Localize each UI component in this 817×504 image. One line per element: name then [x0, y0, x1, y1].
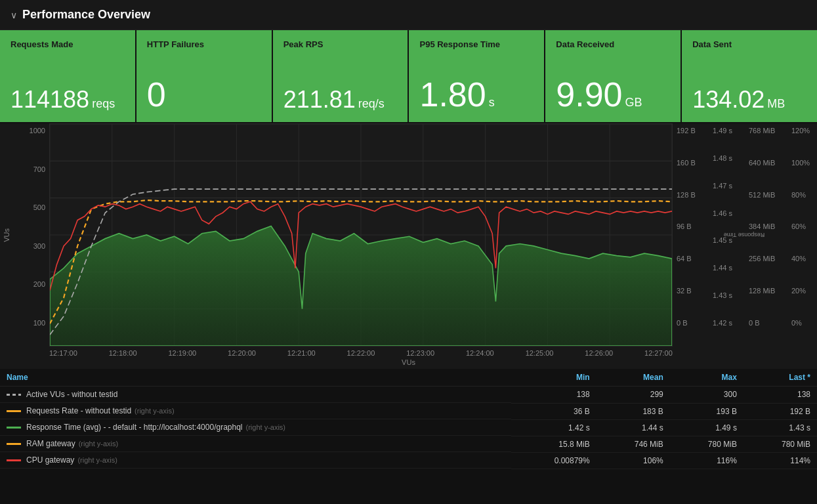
chart-canvas	[49, 123, 673, 346]
legend-last-3: 780 MiB	[744, 436, 817, 452]
legend-max-0: 300	[670, 387, 744, 404]
legend-mean-1: 183 B	[597, 403, 670, 419]
metric-value-3: 1.80s	[419, 77, 534, 112]
x-tick: 12:27:00	[644, 349, 673, 357]
legend-row: Requests Rate - without testid(right y-a…	[0, 403, 817, 419]
y-tick-rps: 192 B	[677, 127, 696, 135]
y-tick-mib: 256 MiB	[749, 255, 775, 262]
legend-mean-2: 1.44 s	[597, 419, 670, 436]
legend-mean-4: 106%	[597, 452, 670, 469]
x-tick: 12:23:00	[406, 349, 434, 357]
metric-label-0: Requests Made	[10, 39, 125, 49]
y-axis-pct: 120%100%80%60%40%20%0%	[787, 123, 817, 346]
metric-card-2: Peak RPS211.81req/s	[273, 30, 409, 122]
metric-value-0: 114188reqs	[10, 88, 125, 112]
legend-max-4: 116%	[670, 452, 744, 469]
legend-row: Response Time (avg) - - default - http:/…	[0, 419, 817, 436]
legend-sublabel: (right y-axis)	[135, 407, 175, 415]
legend-sublabel: (right y-axis)	[77, 456, 117, 464]
x-tick: 12:26:00	[585, 349, 613, 357]
chevron-icon: ∨	[10, 10, 17, 20]
legend-color	[7, 410, 21, 412]
x-tick: 12:22:00	[347, 349, 375, 357]
x-axis-label: VUs	[0, 358, 817, 369]
legend-name-3: RAM gateway(right y-axis)	[0, 436, 511, 452]
x-tick: 12:20:00	[228, 349, 256, 357]
legend-name-4: CPU gateway(right y-axis)	[0, 452, 511, 469]
y-tick: 1000	[30, 127, 45, 135]
x-tick: 12:24:00	[466, 349, 494, 357]
legend-color	[7, 394, 21, 396]
legend-last-4: 114%	[744, 452, 817, 469]
legend-max-1: 193 B	[670, 403, 744, 419]
x-tick: 12:18:00	[109, 349, 137, 357]
metric-value-4: 9.90GB	[556, 77, 670, 112]
y-tick-pct: 120%	[791, 127, 810, 135]
legend-max-2: 1.49 s	[670, 419, 744, 436]
legend-last-0: 138	[744, 387, 817, 404]
y-tick-rps: 96 B	[677, 222, 692, 230]
metric-card-3: P95 Response Time1.80s	[409, 30, 545, 122]
col-last: Last *	[744, 369, 817, 387]
metric-value-5: 134.02MB	[692, 88, 807, 112]
legend-max-3: 780 MiB	[670, 436, 744, 452]
legend-table: Name Min Mean Max Last * Active VUs - wi…	[0, 369, 817, 469]
col-mean: Mean	[597, 369, 670, 387]
y-tick-rps: 0 B	[677, 319, 688, 327]
y-tick-mib: 640 MiB	[749, 159, 775, 167]
metric-label-4: Data Received	[556, 39, 670, 49]
metric-card-1: HTTP Failures0	[136, 30, 273, 122]
legend-section: Name Min Mean Max Last * Active VUs - wi…	[0, 369, 817, 469]
header: ∨ Performance Overview	[0, 0, 817, 30]
y-tick-rps: 32 B	[677, 287, 692, 295]
chart-section: VUs 1000700500300200100	[0, 123, 817, 369]
y-tick-rt: 1.49 s	[713, 127, 732, 135]
y-axis-rt: Response Time 1.49 s1.48 s1.47 s1.46 s1.…	[709, 123, 745, 346]
metric-label-5: Data Sent	[692, 39, 807, 49]
y-tick: 100	[33, 319, 45, 327]
page-title: Performance Overview	[22, 8, 150, 22]
metric-card-5: Data Sent134.02MB	[682, 30, 817, 122]
legend-sublabel: (right y-axis)	[246, 423, 286, 431]
y-tick-mib: 0 B	[749, 319, 760, 327]
legend-min-3: 15.8 MiB	[511, 436, 597, 452]
y-tick-pct: 20%	[791, 287, 806, 295]
legend-last-2: 1.43 s	[744, 419, 817, 436]
metric-label-1: HTTP Failures	[147, 39, 261, 49]
legend-min-0: 138	[511, 387, 597, 404]
legend-last-1: 192 B	[744, 403, 817, 419]
legend-color	[7, 459, 21, 461]
y-tick-rps: 128 B	[677, 191, 696, 199]
legend-name-0: Active VUs - without testid	[0, 387, 511, 403]
y-tick-pct: 100%	[791, 159, 810, 167]
y-tick-mib: 384 MiB	[749, 222, 775, 230]
legend-row: RAM gateway(right y-axis)15.8 MiB746 MiB…	[0, 436, 817, 452]
legend-color	[7, 443, 21, 445]
y-tick-mib: 768 MiB	[749, 127, 775, 135]
y-tick: 700	[33, 165, 45, 173]
metric-card-4: Data Received9.90GB	[545, 30, 682, 122]
metrics-row: Requests Made114188reqsHTTP Failures0Pea…	[0, 30, 817, 123]
y-tick-rt: 1.43 s	[713, 291, 732, 299]
metric-value-2: 211.81req/s	[283, 88, 398, 112]
metric-card-0: Requests Made114188reqs	[0, 30, 136, 122]
y-tick-mib: 512 MiB	[749, 191, 775, 199]
legend-min-1: 36 B	[511, 403, 597, 419]
y-tick-pct: 80%	[791, 191, 806, 199]
col-name: Name	[0, 369, 511, 387]
y-axis-rps: 192 B160 B128 B96 B64 B32 B0 B	[673, 123, 709, 346]
legend-name-2: Response Time (avg) - - default - http:/…	[0, 419, 511, 436]
y-tick: 500	[33, 203, 45, 211]
x-tick: 12:21:00	[287, 349, 316, 357]
legend-min-4: 0.00879%	[511, 452, 597, 469]
y-tick-rt: 1.48 s	[713, 154, 732, 162]
col-min: Min	[511, 369, 597, 387]
legend-label-text: Response Time (avg) - - default - http:/…	[26, 423, 243, 432]
y-tick-rps: 160 B	[677, 159, 696, 167]
response-time-label: Response Time	[724, 232, 765, 238]
y-tick-pct: 0%	[791, 319, 802, 327]
x-tick: 12:25:00	[526, 349, 554, 357]
legend-sublabel: (right y-axis)	[79, 440, 119, 448]
y-tick: 300	[33, 242, 45, 250]
metric-label-2: Peak RPS	[283, 39, 398, 49]
